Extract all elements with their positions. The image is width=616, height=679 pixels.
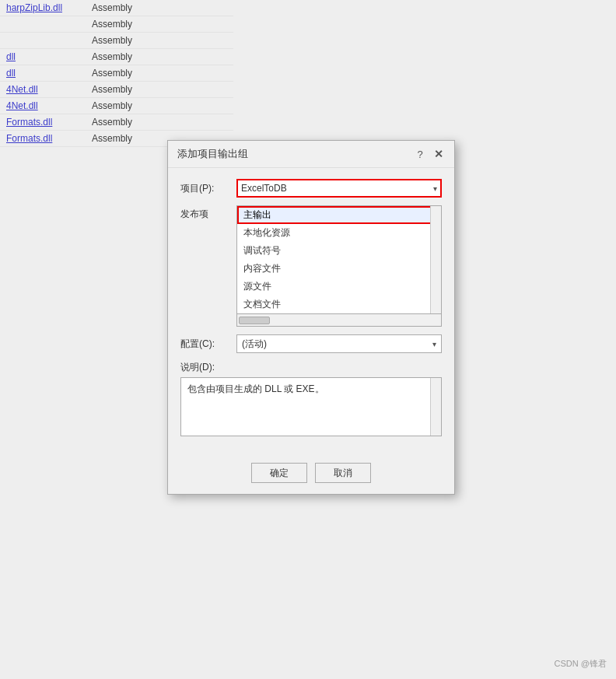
- dialog-title: 添加项目输出组: [177, 147, 248, 161]
- project-value: ExcelToDB: [241, 183, 433, 194]
- project-label: 项目(P):: [180, 182, 236, 195]
- config-label: 配置(C):: [180, 338, 236, 351]
- dialog-titlebar: 添加项目输出组 ? ✕: [168, 141, 454, 168]
- add-output-group-dialog: 添加项目输出组 ? ✕ 项目(P): ExcelToDB ▾ 发布项: [167, 140, 455, 495]
- cancel-button[interactable]: 取消: [315, 463, 371, 483]
- config-dropdown-arrow: ▾: [432, 340, 436, 348]
- dialog-body: 项目(P): ExcelToDB ▾ 发布项 主输出: [168, 168, 454, 458]
- list-scrollbar[interactable]: [430, 206, 441, 313]
- config-dropdown[interactable]: (活动) ▾: [236, 334, 442, 353]
- list-item-doc-files[interactable]: 文档文件: [237, 296, 441, 313]
- project-dropdown-arrow: ▾: [433, 184, 437, 193]
- publish-items-label: 发布项: [180, 208, 236, 221]
- config-row: 配置(C): (活动) ▾: [180, 334, 442, 353]
- project-dropdown[interactable]: ExcelToDB ▾: [236, 179, 442, 198]
- list-item-source-files[interactable]: 源文件: [237, 278, 441, 296]
- list-item-debug-symbols[interactable]: 调试符号: [237, 242, 441, 260]
- desc-scrollbar[interactable]: [430, 378, 441, 436]
- list-area-wrap: 主输出 本地化资源 调试符号 内容文件 源文件: [236, 205, 442, 327]
- project-row: 项目(P): ExcelToDB ▾: [180, 179, 442, 198]
- config-select-wrap-outer: (活动) ▾: [236, 334, 442, 353]
- desc-text: 包含由项目生成的 DLL 或 EXE。: [187, 383, 324, 394]
- hscroll-thumb: [239, 317, 270, 324]
- watermark: CSDN @锋君: [555, 658, 607, 670]
- publish-items-row: 发布项 主输出 本地化资源 调试符号: [180, 205, 442, 327]
- close-button[interactable]: ✕: [432, 148, 445, 160]
- project-select-wrap: ExcelToDB ▾: [236, 179, 442, 198]
- hscroll-area[interactable]: [236, 314, 442, 327]
- description-section: 说明(D): 包含由项目生成的 DLL 或 EXE。: [180, 361, 442, 436]
- desc-label: 说明(D):: [180, 361, 442, 374]
- dialog-footer: 确定 取消: [168, 458, 454, 494]
- list-item-localization[interactable]: 本地化资源: [237, 224, 441, 242]
- dialog-controls: ? ✕: [414, 148, 445, 160]
- list-area: 主输出 本地化资源 调试符号 内容文件 源文件: [236, 205, 442, 327]
- list-item-content-files[interactable]: 内容文件: [237, 260, 441, 278]
- ok-button[interactable]: 确定: [251, 463, 307, 483]
- output-list[interactable]: 主输出 本地化资源 调试符号 内容文件 源文件: [236, 205, 442, 314]
- help-button[interactable]: ?: [414, 149, 426, 160]
- list-item-main-output[interactable]: 主输出: [237, 206, 441, 224]
- config-value: (活动): [242, 338, 432, 351]
- desc-box: 包含由项目生成的 DLL 或 EXE。: [180, 377, 442, 436]
